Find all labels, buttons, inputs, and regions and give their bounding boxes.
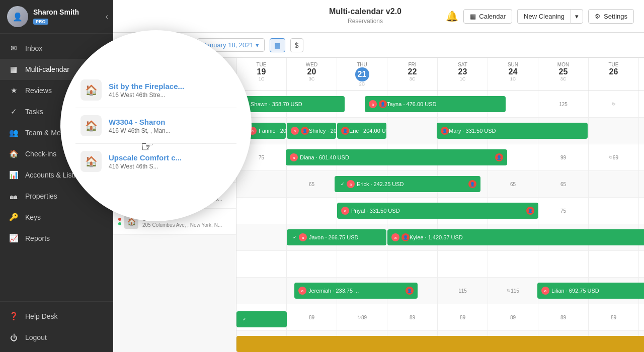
- reservation-bar[interactable]: [236, 336, 644, 352]
- reservation-bar[interactable]: ✓ a Javon · 266.75 USD: [287, 229, 386, 245]
- day-col-tue19: TUE 19 1C: [236, 58, 287, 91]
- settings-button[interactable]: ⚙ Settings: [588, 9, 634, 24]
- reservation-bar[interactable]: a 👤 Kylee · 1,420.57 USD: [387, 229, 644, 245]
- airbnb-icon: a: [298, 287, 306, 295]
- table-row: [236, 251, 644, 278]
- avatar: 👤: [7, 6, 28, 27]
- sidebar-header: 👤 Sharon Smith PRO ‹: [0, 0, 113, 34]
- day-col-tue26: TUE 26: [589, 58, 639, 91]
- new-cleaning-dropdown[interactable]: ▾: [571, 9, 583, 24]
- reports-icon: 📈: [8, 233, 19, 244]
- person-icon: 👤: [495, 153, 503, 161]
- day-col-sun24: SUN 24 1C: [488, 58, 538, 91]
- airbnb-icon: a: [299, 233, 307, 241]
- sidebar-item-logout[interactable]: ⏻ Logout: [0, 327, 113, 348]
- pro-badge: PRO: [33, 19, 48, 25]
- reservation-bar[interactable]: ✓ a Erick · 242.25 USD 👤: [335, 176, 480, 192]
- popup-item-sit[interactable]: 🏠 Sit by the Fireplace... 416 West 46th …: [75, 72, 236, 108]
- person-icon: 👤: [401, 233, 410, 241]
- reservation-bar[interactable]: a Shawn · 358.70 USD: [236, 96, 345, 112]
- airbnb-icon: a: [290, 153, 298, 161]
- reservation-bar[interactable]: ✓: [236, 311, 287, 327]
- reservation-label: Lilian · 692.75 USD: [551, 288, 599, 294]
- person-icon: 👤: [301, 127, 309, 135]
- reservation-label: Priyal · 331.50 USD: [351, 208, 400, 214]
- reservation-bar[interactable]: a Lilian · 692.75 USD: [537, 283, 644, 299]
- sidebar-label-logout: Logout: [25, 333, 47, 341]
- new-cleaning-label: New Cleaning: [524, 13, 565, 20]
- popup-property-addr: 416 W 46th St, , Man...: [109, 127, 231, 134]
- new-cleaning-button[interactable]: New Cleaning: [517, 9, 571, 24]
- person-icon: 👤: [341, 127, 349, 135]
- popup-item-w3304[interactable]: 🏠 W3304 - Sharon 416 W 46th St, , Man...: [75, 108, 236, 144]
- reservation-bar[interactable]: a Priyal · 331.50 USD 👤: [337, 203, 538, 219]
- logout-icon: ⏻: [8, 332, 19, 343]
- table-row: [236, 331, 644, 352]
- airbnb-icon: a: [347, 180, 355, 188]
- reservation-grid: 125 ↻ 125 a Shawn · 358.70 USD a 👤 Tayna…: [236, 91, 644, 352]
- person-icon: 👤: [526, 207, 534, 215]
- sidebar-bottom: ❓ Help Desk ⏻ Logout: [0, 301, 113, 352]
- calendar-view-button[interactable]: ▦ Calendar: [463, 9, 512, 24]
- checkins-icon: 🏠: [8, 148, 19, 159]
- day-col-sat23: SAT 23 1C: [438, 58, 488, 91]
- bell-icon[interactable]: 🔔: [446, 10, 458, 22]
- table-row: 65 65 65 65 ✓ a Erick · 242.25 USD 👤: [236, 171, 644, 198]
- reservation-label: Shirley · 204.00 USD: [309, 128, 336, 134]
- popup-property-icon: 🏠: [80, 115, 102, 136]
- keys-icon: 🔑: [8, 212, 19, 223]
- reservation-label: Fannie · 204.00 USD: [259, 128, 286, 134]
- reservation-bar[interactable]: a 👤 Tayna · 476.00 USD: [365, 96, 506, 112]
- subtitle-text: Reservations: [348, 18, 383, 25]
- help-icon: ❓: [8, 311, 19, 322]
- person-icon: 👤: [441, 127, 449, 135]
- day-col-wed27: WED 27: [639, 58, 644, 91]
- reviews-icon: ★: [8, 85, 19, 96]
- sidebar-item-helpdesk[interactable]: ❓ Help Desk: [0, 306, 113, 327]
- sidebar-label-reports: Reports: [25, 234, 50, 242]
- reservation-bar[interactable]: 👤 Mary · 331.50 USD: [437, 123, 588, 139]
- tasks-icon: ✓: [8, 106, 19, 117]
- settings-label: Settings: [604, 13, 627, 20]
- grid-view-button[interactable]: ▦: [270, 38, 285, 52]
- popup-property-name: Upscale Comfort c...: [109, 153, 231, 162]
- check-icon: ✓: [240, 315, 249, 323]
- check-icon: ✓: [339, 180, 347, 188]
- popup-property-addr: 416 West 46th Stre...: [109, 92, 231, 99]
- day-col-thu21: THU 21 2C: [337, 58, 387, 91]
- airbnb-icon: a: [369, 100, 377, 108]
- calendar-label: Calendar: [479, 13, 506, 20]
- reservation-label: Kylee · 1,420.57 USD: [410, 234, 463, 240]
- reservation-bar[interactable]: a Diana · 601.40 USD 👤: [286, 149, 507, 165]
- user-name: Sharon Smith: [33, 8, 106, 16]
- sidebar-label-tasks: Tasks: [25, 108, 43, 116]
- table-row: ↻ 75 115 ↻115 115 a Jeremiah · 233.75 ..…: [236, 278, 644, 304]
- popup-property-icon: 🏠: [80, 151, 102, 172]
- dollar-view-button[interactable]: $: [290, 38, 303, 52]
- table-row: 125 ↻ 125 a Shawn · 358.70 USD a 👤 Tayna…: [236, 91, 644, 118]
- sidebar-item-reports[interactable]: 📈 Reports: [0, 228, 113, 249]
- reservation-bar[interactable]: 👤 Eric · 204.00 USD: [337, 123, 386, 139]
- team-icon: 👥: [8, 127, 19, 138]
- topbar-right: 🔔 ▦ Calendar New Cleaning ▾ ⚙ Settings: [446, 9, 634, 24]
- collapse-button[interactable]: ‹: [106, 12, 108, 21]
- reservation-bar[interactable]: a 👤 Shirley · 204.00 USD: [287, 123, 336, 139]
- property-selector-popup[interactable]: 🏠 Sit by the Fireplace... 416 West 46th …: [60, 30, 252, 221]
- reservation-label: Jeremiah · 233.75 ...: [308, 288, 359, 294]
- sidebar-item-keys[interactable]: 🔑 Keys: [0, 207, 113, 228]
- day-col-fri22: FRI 22 3C: [387, 58, 438, 91]
- sidebar-label-properties: Properties: [25, 192, 57, 200]
- table-row: ✓ a Javon · 266.75 USD a 👤 Kylee · 1,420…: [236, 224, 644, 251]
- sidebar-label-multi-calendar: Multi-calendar: [25, 65, 69, 73]
- topbar: Multi-calendar v2.0 Reservations 🔔 ▦ Cal…: [113, 0, 644, 33]
- reservation-label: Diana · 601.40 USD: [300, 154, 349, 160]
- popup-property-name: W3304 - Sharon: [109, 118, 231, 126]
- calendar-grid: TUE 19 1C WED 20 3C THU 21 2C FRI 22: [236, 58, 644, 352]
- popup-item-upscale[interactable]: 🏠 Upscale Comfort c... 416 West 46th S..…: [75, 144, 236, 179]
- reservation-label: Eric · 204.00 USD: [349, 128, 386, 134]
- dropdown-arrow-icon: ▾: [575, 13, 579, 20]
- date-dropdown-icon: ▾: [256, 41, 259, 49]
- reservation-bar[interactable]: a Jeremiah · 233.75 ... 👤: [294, 283, 418, 299]
- reservation-label: Mary · 331.50 USD: [449, 128, 496, 134]
- popup-property-addr: 416 West 46th S...: [109, 163, 231, 170]
